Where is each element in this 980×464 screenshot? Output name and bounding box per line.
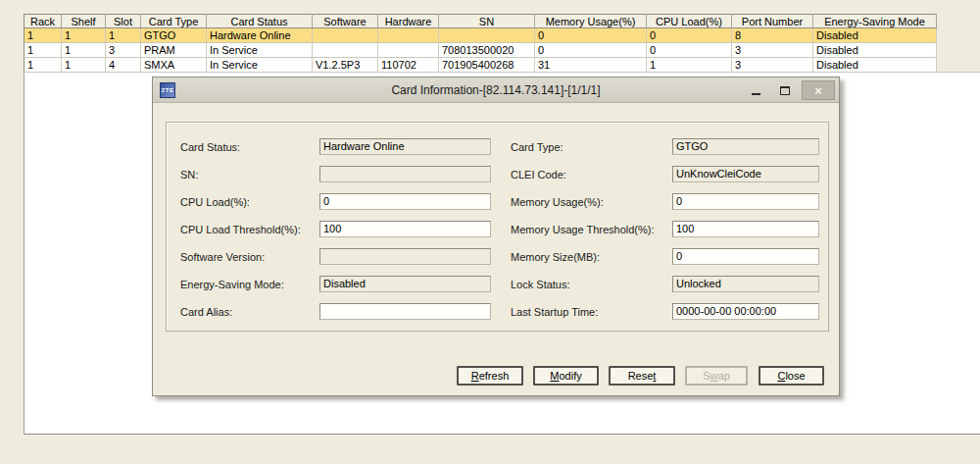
- table-cell[interactable]: [313, 28, 378, 43]
- table-cell[interactable]: 1: [24, 58, 62, 73]
- table-cell[interactable]: 1: [62, 58, 106, 73]
- field-input-energy-saving-mode: Disabled: [319, 276, 491, 292]
- field-input-memory-size[interactable]: 0: [672, 248, 819, 265]
- field-label-cpu-load-threshold: CPU Load Threshold(%):: [180, 224, 301, 235]
- table-cell[interactable]: [439, 28, 535, 43]
- close-button[interactable]: Close: [759, 366, 824, 386]
- field-input-card-alias[interactable]: [319, 303, 491, 320]
- swap-button: Swap: [685, 366, 748, 386]
- table-cell[interactable]: V1.2.5P3: [313, 58, 378, 73]
- table-cell[interactable]: 708013500020: [439, 43, 535, 58]
- column-header-slot[interactable]: Slot: [106, 15, 141, 28]
- field-label-card-status: Card Status:: [180, 141, 240, 153]
- refresh-button[interactable]: Refresh: [457, 366, 523, 386]
- dialog-title: Card Information-[82.114.73.141]-[1/1/1]: [153, 83, 839, 97]
- column-header-hardware[interactable]: Hardware: [378, 15, 439, 28]
- field-label-memory-size: Memory Size(MB):: [511, 251, 600, 263]
- field-input-cpu-load-threshold[interactable]: 100: [319, 221, 491, 237]
- column-header-card-status[interactable]: Card Status: [207, 15, 313, 28]
- table-cell[interactable]: GTGO: [141, 28, 207, 43]
- column-header-memory-usage-[interactable]: Memory Usage(%): [535, 15, 647, 28]
- field-label-cpu-load: CPU Load(%):: [180, 196, 250, 208]
- table-cell[interactable]: 1: [106, 28, 141, 43]
- field-label-energy-saving-mode: Energy-Saving Mode:: [180, 279, 284, 290]
- table-cell[interactable]: 110702: [378, 58, 439, 73]
- table-cell[interactable]: 3: [732, 58, 813, 73]
- field-input-memory-usage-threshold[interactable]: 100: [672, 221, 819, 237]
- table-cell[interactable]: 1: [24, 43, 62, 58]
- table-body: 111GTGOHardware Online008Disabled113PRAM…: [24, 28, 937, 73]
- modify-button[interactable]: Modify: [533, 366, 599, 386]
- column-header-shelf[interactable]: Shelf: [62, 15, 106, 28]
- table-cell[interactable]: 1: [62, 28, 106, 43]
- column-header-sn[interactable]: SN: [439, 15, 535, 28]
- table-cell[interactable]: 3: [732, 43, 813, 58]
- table-cell[interactable]: 1: [24, 28, 62, 43]
- maximize-button[interactable]: [772, 80, 798, 100]
- table-cell[interactable]: Hardware Online: [207, 28, 313, 43]
- field-input-last-startup-time[interactable]: 0000-00-00 00:00:00: [672, 303, 819, 320]
- table-header-row: RackShelfSlotCard TypeCard StatusSoftwar…: [24, 15, 937, 28]
- minimize-icon: [752, 93, 760, 95]
- field-input-software-version: [319, 248, 491, 265]
- field-input-card-status: Hardware Online: [319, 138, 491, 155]
- field-input-card-type: GTGO: [672, 138, 819, 155]
- column-header-software[interactable]: Software: [313, 15, 378, 28]
- close-icon: ×: [814, 83, 822, 98]
- cards-table: RackShelfSlotCard TypeCard StatusSoftwar…: [24, 14, 937, 73]
- field-label-sn: SN:: [180, 169, 198, 180]
- field-input-clei-code: UnKnowCleiCode: [672, 166, 819, 182]
- table-cell[interactable]: Disabled: [813, 43, 937, 58]
- table-cell[interactable]: In Service: [207, 43, 313, 58]
- column-header-energy-saving-mode[interactable]: Energy-Saving Mode: [813, 15, 937, 28]
- table-cell[interactable]: 0: [647, 43, 732, 58]
- field-label-card-type: Card Type:: [511, 141, 564, 153]
- field-input-lock-status: Unlocked: [672, 276, 819, 292]
- table-cell[interactable]: 8: [732, 28, 813, 43]
- field-input-cpu-load[interactable]: 0: [319, 193, 491, 210]
- maximize-icon: [780, 86, 790, 95]
- field-input-sn: [319, 166, 491, 182]
- close-window-button[interactable]: ×: [802, 80, 835, 100]
- application-window: RackShelfSlotCard TypeCard StatusSoftwar…: [0, 0, 980, 464]
- card-information-dialog: ZTE Card Information-[82.114.73.141]-[1/…: [152, 77, 840, 396]
- table-cell[interactable]: [313, 43, 378, 58]
- column-header-cpu-load-[interactable]: CPU Load(%): [647, 15, 732, 28]
- field-label-card-alias: Card Alias:: [180, 306, 232, 318]
- table-cell[interactable]: 4: [106, 58, 141, 73]
- column-header-card-type[interactable]: Card Type: [141, 15, 207, 28]
- table-cell[interactable]: In Service: [207, 58, 313, 73]
- field-label-memory-usage: Memory Usage(%):: [511, 196, 604, 208]
- table-row[interactable]: 113PRAMIn Service708013500020003Disabled: [24, 43, 937, 58]
- table-row[interactable]: 114SMXAIn ServiceV1.2.5P3110702701905400…: [24, 58, 937, 73]
- table-cell[interactable]: 1: [62, 43, 106, 58]
- window-controls: ×: [743, 79, 835, 101]
- minimize-button[interactable]: [743, 80, 768, 100]
- field-input-memory-usage[interactable]: 0: [672, 193, 819, 210]
- field-label-memory-usage-threshold: Memory Usage Threshold(%):: [511, 224, 655, 235]
- table-cell[interactable]: PRAM: [141, 43, 207, 58]
- table-cell[interactable]: 0: [535, 43, 647, 58]
- field-label-clei-code: CLEI Code:: [511, 169, 566, 180]
- table-cell[interactable]: SMXA: [141, 58, 207, 73]
- table-cell[interactable]: Disabled: [813, 58, 937, 73]
- table-cell[interactable]: 1: [647, 58, 732, 73]
- table-cell[interactable]: [378, 28, 439, 43]
- reset-button[interactable]: Reset: [609, 366, 675, 386]
- field-label-software-version: Software Version:: [180, 251, 265, 263]
- table-cell[interactable]: 31: [535, 58, 647, 73]
- field-label-lock-status: Lock Status:: [511, 279, 570, 290]
- table-cell[interactable]: 701905400268: [439, 58, 535, 73]
- dialog-titlebar: ZTE Card Information-[82.114.73.141]-[1/…: [153, 77, 839, 103]
- table-cell[interactable]: 0: [647, 28, 732, 43]
- table-cell[interactable]: [378, 43, 439, 58]
- column-header-rack[interactable]: Rack: [24, 15, 62, 28]
- table-cell[interactable]: 0: [535, 28, 647, 43]
- table-cell[interactable]: Disabled: [813, 28, 937, 43]
- table-cell[interactable]: 3: [106, 43, 141, 58]
- table-row[interactable]: 111GTGOHardware Online008Disabled: [24, 28, 937, 43]
- field-label-last-startup-time: Last Startup Time:: [511, 306, 598, 318]
- column-header-port-number[interactable]: Port Number: [732, 15, 813, 28]
